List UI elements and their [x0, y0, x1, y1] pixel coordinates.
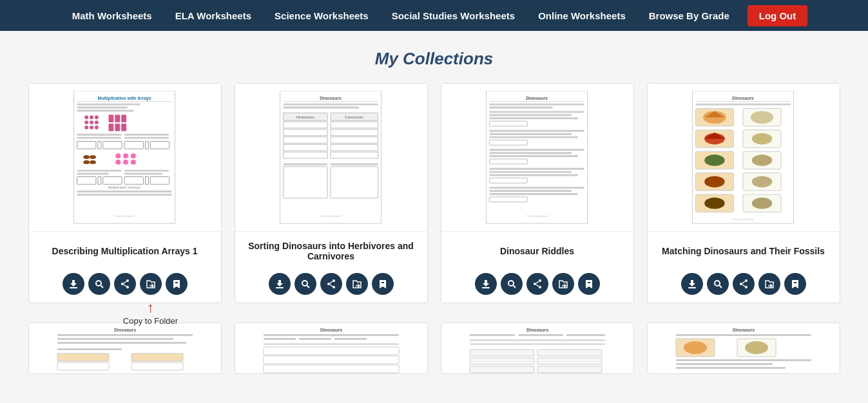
svg-point-31: [84, 156, 90, 160]
svg-rect-24: [125, 137, 169, 139]
zoom-btn-1[interactable]: [88, 273, 110, 295]
svg-rect-44: [125, 173, 163, 175]
svg-rect-88: [276, 287, 284, 288]
svg-rect-43: [77, 173, 109, 175]
bottom-card-4: Dinosaurs: [647, 323, 840, 374]
svg-rect-19: [115, 124, 121, 131]
svg-point-38: [116, 160, 121, 165]
copy-folder-btn-4[interactable]: [758, 273, 780, 295]
nav-math[interactable]: Math Worksheets: [61, 0, 164, 31]
bookmark-btn-2[interactable]: [372, 273, 394, 295]
svg-point-145: [752, 133, 772, 145]
nav-grade[interactable]: Browse By Grade: [637, 0, 741, 31]
svg-point-151: [705, 176, 725, 188]
card-dino-riddles: Dinosaurs: [441, 83, 634, 303]
card-thumb-2[interactable]: Dinosaurs Herbivores Carnivores: [235, 84, 427, 232]
share-btn-1[interactable]: [114, 273, 136, 295]
svg-text:Multiplication Summary: Multiplication Summary: [108, 187, 141, 190]
bookmark-btn-1[interactable]: [166, 273, 188, 295]
svg-point-162: [745, 279, 747, 282]
svg-rect-159: [688, 287, 696, 288]
card-thumb-1[interactable]: Multiplication with Arrays: [29, 84, 221, 232]
download-btn-4[interactable]: [681, 273, 703, 295]
svg-rect-3: [77, 104, 140, 106]
svg-rect-110: [490, 149, 584, 151]
download-btn-1[interactable]: [63, 273, 84, 295]
zoom-btn-3[interactable]: [501, 273, 523, 295]
zoom-btn-4[interactable]: [707, 273, 729, 295]
svg-rect-84: [331, 164, 379, 165]
share-btn-2[interactable]: [320, 273, 342, 295]
svg-rect-104: [490, 118, 578, 120]
svg-point-33: [84, 160, 90, 164]
svg-text:Teaching Squared: Teaching Squared: [321, 215, 342, 218]
share-btn-3[interactable]: [526, 273, 548, 295]
download-btn-3[interactable]: [475, 273, 497, 295]
svg-point-160: [715, 281, 720, 286]
svg-rect-191: [518, 334, 563, 336]
card-actions-1: ↑ Copy to Folder: [29, 268, 221, 303]
nav-ela[interactable]: ELA Worksheets: [164, 0, 263, 31]
card-thumb-4[interactable]: Dinosaurs: [648, 84, 840, 232]
bottom-card-3: Dinosaurs: [441, 323, 634, 374]
copy-folder-btn-3[interactable]: [552, 273, 574, 295]
card-actions-2: [235, 268, 427, 303]
download-btn-2[interactable]: [269, 273, 291, 295]
svg-point-128: [539, 286, 541, 288]
share-btn-4[interactable]: [733, 273, 755, 295]
svg-line-161: [719, 286, 722, 288]
svg-rect-22: [125, 134, 169, 136]
svg-point-91: [333, 279, 335, 282]
svg-rect-53: [77, 194, 172, 196]
svg-point-127: [534, 283, 536, 285]
svg-rect-52: [77, 191, 172, 193]
svg-rect-194: [470, 343, 605, 345]
bookmark-btn-3[interactable]: [578, 273, 600, 295]
svg-line-130: [536, 285, 539, 286]
card-thumb-3[interactable]: Dinosaurs: [441, 84, 633, 232]
svg-rect-106: [490, 130, 584, 132]
svg-line-165: [742, 281, 745, 283]
svg-point-157: [752, 198, 772, 209]
svg-rect-20: [122, 124, 127, 131]
svg-rect-21: [77, 134, 122, 136]
svg-text:Dinosaurs: Dinosaurs: [733, 96, 755, 100]
svg-point-155: [705, 198, 725, 209]
svg-rect-193: [470, 339, 605, 341]
svg-rect-199: [470, 366, 534, 373]
svg-rect-175: [131, 353, 183, 361]
svg-rect-107: [490, 133, 572, 135]
svg-point-35: [116, 154, 121, 159]
svg-rect-101: [490, 107, 553, 109]
svg-line-125: [513, 286, 516, 288]
bottom-row: Dinosaurs Dinosaurs Dinosaurs: [15, 323, 853, 393]
bookmark-btn-4[interactable]: [784, 273, 806, 295]
svg-point-8: [95, 116, 99, 120]
card-title-3: Dinosaur Riddles: [441, 232, 633, 268]
svg-rect-4: [77, 107, 128, 109]
nav-science[interactable]: Science Worksheets: [263, 0, 380, 31]
svg-point-126: [539, 279, 541, 282]
nav-online[interactable]: Online Worksheets: [526, 0, 637, 31]
svg-line-62: [124, 285, 126, 286]
svg-rect-192: [566, 334, 605, 336]
svg-rect-67: [284, 104, 378, 106]
logout-button[interactable]: Log Out: [747, 5, 807, 26]
copy-folder-btn-1[interactable]: [140, 273, 162, 295]
zoom-btn-2[interactable]: [294, 273, 316, 295]
copy-folder-btn-2[interactable]: [346, 273, 368, 295]
svg-line-129: [536, 281, 539, 283]
svg-rect-198: [537, 358, 602, 364]
svg-text:Carnivores: Carnivores: [345, 116, 363, 120]
page-title: My Collections: [0, 49, 868, 69]
red-arrow-icon: ↑: [147, 301, 154, 315]
svg-point-60: [126, 286, 129, 288]
nav-social[interactable]: Social Studies Worksheets: [380, 0, 526, 31]
svg-rect-18: [109, 124, 114, 131]
svg-rect-5: [77, 110, 134, 112]
card-multiplication: Multiplication with Arrays: [28, 83, 222, 303]
svg-rect-123: [482, 287, 490, 288]
svg-rect-42: [125, 170, 169, 172]
svg-rect-116: [490, 174, 578, 176]
svg-rect-173: [57, 348, 122, 350]
